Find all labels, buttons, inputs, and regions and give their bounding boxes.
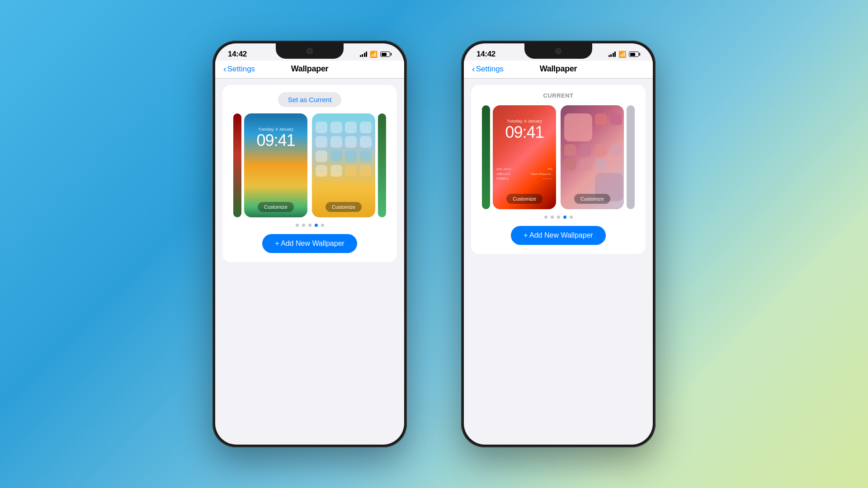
status-time-2: 14:42 [476,50,495,59]
lock-widgets-2: AAPL 164.94 75% ▼BBLx 5.21 Filipe's iPho… [496,168,552,182]
battery-icon-1 [380,52,392,57]
wifi-icon-2: 📶 [618,51,626,58]
screen-content-2: CURRENT Tuesday, 9 January [464,79,653,260]
app-icon [316,165,327,177]
home-icons-2 [564,113,620,201]
back-arrow-2: ‹ [472,64,475,74]
home-screen-preview-2[interactable]: Customize [561,105,624,209]
back-button-1[interactable]: ‹ Settings [223,64,255,74]
app-icon [345,150,357,162]
home-screen-preview-1[interactable]: Customize [312,113,375,217]
battery-icon-2 [629,52,640,57]
dot2-1 [544,216,547,219]
nav-bar-1: ‹ Settings Wallpaper [215,61,404,79]
lock-time-display-2: Tuesday, 9 January 09:41 [493,119,556,141]
previews-container-2: Tuesday, 9 January 09:41 AAPL 164.94 75%… [478,105,638,209]
app-icon [610,113,622,125]
app-icon [330,136,342,148]
wallpaper-card-1: Set as Current Tuesday, 9 Janua [222,85,397,262]
add-wallpaper-button-1[interactable]: + Add New Wallpaper [262,234,357,253]
home-customize-1[interactable]: Customize [326,202,362,212]
set-as-current-button[interactable]: Set as Current [278,92,342,107]
phone-2-screen: 14:42 📶 ‹ Se [464,43,653,445]
camera-1 [307,48,313,54]
dot-4-active [315,224,318,227]
current-label: CURRENT [543,92,573,99]
app-icon [595,144,607,156]
app-icon [360,122,372,133]
camera-2 [555,48,561,54]
phone-2: 14:42 📶 ‹ Se [461,41,656,447]
app-icon [316,122,327,133]
home-icons-1 [316,122,372,177]
back-arrow-1: ‹ [223,64,226,74]
app-icon [595,159,607,170]
lock-customize-2[interactable]: Customize [506,194,542,204]
page-dots-2 [544,216,573,219]
app-icon [316,150,327,162]
app-icon [330,150,342,162]
lock-screen-preview-2[interactable]: Tuesday, 9 January 09:41 AAPL 164.94 75%… [493,105,556,209]
dot2-2 [551,216,554,219]
app-icon [345,122,357,133]
dot-5 [321,224,324,227]
nav-title-2: Wallpaper [540,64,577,74]
dot2-4-active [563,216,566,219]
lock-time-display-1: Tuesday, 9 January 09:41 [244,127,307,149]
wallpaper-card-2: CURRENT Tuesday, 9 January [471,85,646,254]
status-time-1: 14:42 [228,50,247,59]
add-wallpaper-button-2[interactable]: + Add New Wallpaper [511,226,606,245]
lock-customize-1[interactable]: Customize [258,202,294,212]
back-label-1: Settings [227,65,255,74]
notch-1 [276,43,344,59]
app-icon [580,159,591,170]
app-icon [564,144,576,156]
back-button-2[interactable]: ‹ Settings [472,64,504,74]
app-icon [345,165,357,177]
app-icon [330,165,342,177]
app-icon-wide [564,113,592,141]
wifi-icon-1: 📶 [370,51,377,58]
dot-1 [296,224,299,227]
app-icon [330,122,342,133]
app-icon [610,144,622,156]
dot-2 [302,224,305,227]
status-icons-2: 📶 [609,51,641,58]
dot2-5 [570,216,573,219]
nav-title-1: Wallpaper [291,64,329,74]
app-icon [595,113,607,125]
notch-2 [524,43,592,59]
app-icon [360,165,372,177]
app-icon [360,136,372,148]
previews-inner-2: Tuesday, 9 January 09:41 AAPL 164.94 75%… [478,105,638,209]
signal-icon-1 [360,52,368,57]
back-label-2: Settings [476,65,504,74]
app-icon [580,144,591,156]
phone-1: 14:42 📶 ‹ Se [212,41,407,447]
app-icon [345,136,357,148]
phone-1-screen: 14:42 📶 ‹ Se [215,43,404,445]
app-icon [564,159,576,170]
nav-bar-2: ‹ Settings Wallpaper [464,61,653,79]
status-icons-1: 📶 [360,51,392,58]
previews-inner-1: Tuesday, 9 January 09:41 Customize [230,113,390,217]
app-icon [360,150,372,162]
home-customize-2[interactable]: Customize [574,194,610,204]
lock-screen-preview-1[interactable]: Tuesday, 9 January 09:41 Customize [244,113,307,217]
lock-clock-1: 09:41 [244,132,307,149]
screen-content-1: Set as Current Tuesday, 9 Janua [215,79,404,268]
app-icon [316,136,327,148]
dot2-3 [557,216,560,219]
lock-clock-2: 09:41 [493,124,556,141]
page-dots-1 [296,224,324,227]
dot-3 [308,224,311,227]
previews-container-1: Tuesday, 9 January 09:41 Customize [230,113,390,217]
signal-icon-2 [609,52,616,57]
